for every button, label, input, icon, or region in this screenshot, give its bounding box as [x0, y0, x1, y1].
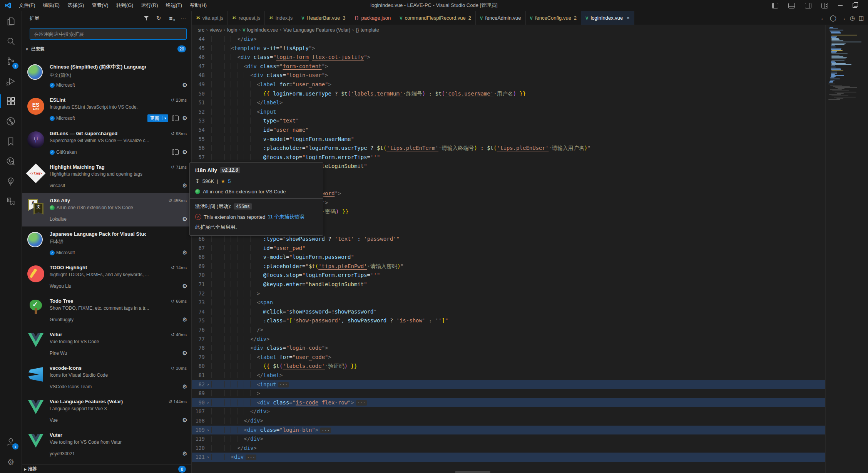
line-number[interactable]: 74 [192, 307, 205, 317]
line-number[interactable]: 45 [192, 44, 205, 53]
line-number[interactable]: 76 [192, 325, 205, 335]
code-line[interactable]: 89 > [192, 389, 826, 398]
manage-gear-icon[interactable]: ⚙ [182, 316, 187, 323]
manage-gear-icon[interactable]: ⚙ [182, 149, 187, 156]
activity-settings-gear[interactable]: ⚙ [0, 452, 22, 472]
code-line[interactable]: 50 {{ loginForm.userType ? $t('labels.te… [192, 89, 826, 99]
manage-gear-icon[interactable]: ⚙ [182, 283, 187, 290]
line-number[interactable]: 46 [192, 53, 205, 62]
line-number[interactable]: 66 [192, 235, 205, 244]
close-tab-icon[interactable]: × [627, 15, 630, 21]
activity-i18n-ally[interactable] [0, 191, 22, 211]
code-line[interactable]: 71 @keyup.enter="handleLoginSubmit" [192, 280, 826, 289]
line-number[interactable]: 57 [192, 153, 205, 162]
code-line[interactable]: 48 <div class="login-user"> [192, 71, 826, 80]
code-line[interactable]: 90› <div class="is-code flex-row">··· [192, 398, 826, 408]
line-number[interactable]: 108 [192, 416, 205, 426]
timeline-icon[interactable]: ◷ [850, 15, 855, 22]
activity-todo-tree[interactable] [0, 171, 22, 191]
uncaught-errors-link[interactable]: 11 个未捕获错误 [268, 213, 304, 220]
code-line[interactable]: 79 <label for="user_code"> [192, 353, 826, 362]
manage-gear-icon[interactable]: ⚙ [182, 82, 187, 89]
menu-item[interactable]: 终端(T) [162, 1, 186, 10]
fold-chevron-icon[interactable]: › [205, 380, 211, 389]
line-number[interactable]: 73 [192, 298, 205, 307]
fold-chevron-icon[interactable]: › [205, 398, 211, 408]
extension-row[interactable]: </tag>Highlight Matching Tag↺ 71msHighli… [22, 159, 191, 193]
tab-request.js[interactable]: JSrequest.js [228, 11, 265, 25]
breadcrumb-item[interactable]: VloginIndex.vue [243, 27, 278, 33]
update-dropdown-icon[interactable]: ▾ [162, 116, 168, 120]
line-number[interactable]: 49 [192, 80, 205, 89]
line-number[interactable]: 53 [192, 116, 205, 126]
extension-row[interactable]: ✓Todo Tree↺ 66msShow TODO, FIXME, etc. c… [22, 294, 191, 327]
code-line[interactable]: 82› <input··· [192, 380, 826, 389]
toggle-panel-icon[interactable] [788, 3, 795, 8]
fold-chevron-icon[interactable]: › [205, 453, 211, 462]
manage-gear-icon[interactable]: ⚙ [182, 249, 187, 256]
line-number[interactable]: 90 [192, 398, 205, 408]
manage-gear-icon[interactable]: ⚙ [182, 115, 187, 122]
code-line[interactable]: 73 <span [192, 298, 826, 307]
activity-search[interactable] [0, 31, 22, 51]
menu-item[interactable]: 转到(G) [113, 1, 137, 10]
extension-row[interactable]: Vetur↺ 40msVue tooling for VS CodePine W… [22, 327, 191, 361]
breadcrumb-item[interactable]: login [227, 27, 237, 33]
toggle-sidebar-icon[interactable] [772, 3, 778, 8]
activity-source-control[interactable]: 1 [0, 51, 22, 71]
installed-section-header[interactable]: ▾ 已安装 20 [22, 44, 191, 54]
menu-item[interactable]: 文件(F) [15, 1, 39, 10]
line-number[interactable]: 69 [192, 262, 205, 271]
extension-row[interactable]: ESLintESLint↺ 23msIntegrates ESLint Java… [22, 92, 191, 126]
activity-gitlens-inspect[interactable] [0, 151, 22, 171]
code-line[interactable]: 44 </div> [192, 35, 826, 44]
customize-layout-icon[interactable] [821, 3, 828, 8]
line-number[interactable]: 109 [192, 426, 205, 435]
code-line[interactable]: 68 v-model="loginForm.password" [192, 253, 826, 262]
code-line[interactable]: 75 :class="['show-password', showPasswor… [192, 316, 826, 325]
line-number[interactable]: 119 [192, 434, 205, 444]
line-number[interactable]: 82 [192, 380, 205, 389]
code-line[interactable]: 74 @click="showPassword=!showPassword" [192, 307, 826, 317]
code-line[interactable]: 45 <template v-if="!isApply"> [192, 44, 826, 53]
menu-item[interactable]: 选择(S) [64, 1, 87, 10]
code-line[interactable]: 51 </label> [192, 98, 826, 107]
fold-chevron-icon[interactable]: › [205, 426, 211, 435]
code-line[interactable]: 78 <div class="login-code"> [192, 344, 826, 353]
line-number[interactable]: 56 [192, 144, 205, 153]
activity-files[interactable] [0, 11, 22, 31]
code-line[interactable]: 81 </label> [192, 371, 826, 380]
breadcrumb-item[interactable]: Vue Language Features (Volar) [283, 27, 350, 33]
line-number[interactable]: 48 [192, 71, 205, 80]
extension-row[interactable]: VuterVue tooling for VS Code from Vetury… [22, 428, 191, 461]
code-line[interactable]: 66 :type="showPassword ? 'text' : 'passw… [192, 235, 826, 244]
code-line[interactable]: 55 v-model="loginForm.userName" [192, 135, 826, 144]
line-number[interactable]: 107 [192, 407, 205, 416]
menu-item[interactable]: 帮助(H) [186, 1, 210, 10]
horizontal-scrollbar[interactable] [455, 471, 490, 473]
line-number[interactable]: 54 [192, 126, 205, 135]
code-editor[interactable]: 44 </div>45 <template v-if="!isApply">46… [192, 35, 826, 470]
tab-index.js[interactable]: JSindex.js [265, 11, 297, 25]
breadcrumb-item[interactable]: src [198, 27, 204, 33]
line-number[interactable]: 52 [192, 107, 205, 117]
extension-row[interactable]: A文i18n Ally↺ 455msAll in one i18n extens… [22, 193, 191, 226]
code-line[interactable]: 53 type="text" [192, 116, 826, 126]
code-line[interactable]: 119 </div> [192, 434, 826, 444]
code-line[interactable]: 67 id="user_pwd" [192, 244, 826, 253]
manage-gear-icon[interactable]: ⚙ [182, 383, 187, 390]
tab-package.json[interactable]: {}package.json [350, 11, 396, 25]
extension-row[interactable]: Vue Language Features (Volar)↺ 144msLang… [22, 394, 191, 428]
clear-extensions-icon[interactable]: ≡ [167, 15, 174, 22]
code-line[interactable]: 109› <div class="login-btn">··· [192, 426, 826, 435]
restore-icon[interactable] [853, 3, 857, 8]
activity-run-debug[interactable] [0, 71, 22, 91]
line-number[interactable]: 120 [192, 444, 205, 453]
go-back-icon[interactable]: ← [820, 15, 826, 21]
line-number[interactable]: 89 [192, 389, 205, 398]
code-line[interactable]: 70 @focus.stop="loginForm.errorTips=''" [192, 271, 826, 280]
line-number[interactable]: 78 [192, 344, 205, 353]
refresh-icon[interactable]: ↻ [155, 15, 162, 22]
line-number[interactable]: 44 [192, 35, 205, 44]
line-number[interactable]: 71 [192, 280, 205, 289]
